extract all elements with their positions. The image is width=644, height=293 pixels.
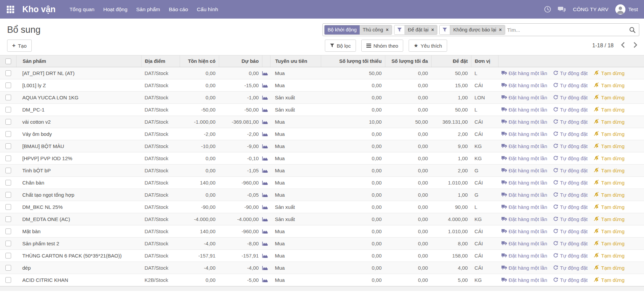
order-once-button[interactable]: Đặt hàng một lần: [501, 265, 547, 271]
table-row[interactable]: [HPVP] PVP IOD 12% DAT/Stock 0,00 -0,10 …: [0, 152, 644, 165]
order-once-button[interactable]: Đặt hàng một lần: [501, 82, 547, 88]
order-once-button[interactable]: Đặt hàng một lần: [501, 204, 547, 210]
snooze-button[interactable]: Tạm dừng: [594, 265, 624, 271]
order-once-button[interactable]: Đặt hàng một lần: [501, 155, 547, 161]
facet-remove-icon[interactable]: ×: [431, 27, 434, 32]
table-row[interactable]: DM_BKC NL 25% DAT/Stock -90,00 -90,00 Sả…: [0, 201, 644, 213]
table-row[interactable]: dép DAT/Stock -4,00 -4,00 Mua 0,00 0,00 …: [0, 262, 644, 274]
automate-orders-button[interactable]: Tự động đặt: [553, 253, 588, 259]
row-checkbox[interactable]: [0, 241, 16, 246]
bottom-scroll-strip[interactable]: [0, 286, 644, 291]
snooze-button[interactable]: Tạm dừng: [594, 155, 624, 162]
column-header-on-hand[interactable]: Tồn hiện có: [180, 55, 219, 67]
automate-orders-button[interactable]: Tự động đặt: [553, 155, 588, 162]
automate-orders-button[interactable]: Tự động đặt: [553, 277, 588, 283]
menu-reports[interactable]: Báo cáo: [164, 0, 192, 19]
table-row[interactable]: Tinh bỘT bP DAT/Stock 0,00 -1,05 Mua 0,0…: [0, 165, 644, 177]
order-once-button[interactable]: Đặt hàng một lần: [501, 253, 547, 259]
row-checkbox[interactable]: [0, 143, 16, 149]
menu-products[interactable]: Sản phẩm: [132, 0, 164, 19]
facet-remove-icon[interactable]: ×: [499, 27, 501, 32]
snooze-button[interactable]: Tạm dừng: [594, 228, 624, 235]
row-checkbox[interactable]: [0, 155, 16, 161]
menu-overview[interactable]: Tổng quan: [65, 0, 99, 19]
table-row[interactable]: Chân bàn DAT/Stock 140,00 -960,00 Mua 0,…: [0, 177, 644, 189]
row-checkbox[interactable]: [0, 119, 16, 125]
snooze-button[interactable]: Tạm dừng: [594, 216, 624, 222]
area-chart-icon[interactable]: [262, 95, 270, 100]
snooze-button[interactable]: Tạm dừng: [594, 82, 624, 89]
order-once-button[interactable]: Đặt hàng một lần: [501, 192, 547, 198]
table-row[interactable]: Mặt bàn DAT/Stock 140,00 -960,00 Mua 0,0…: [0, 225, 644, 238]
column-header-route[interactable]: Tuyến ưu tiên: [270, 55, 321, 67]
automate-orders-button[interactable]: Tự động đặt: [553, 180, 588, 186]
search-input[interactable]: [507, 27, 626, 33]
area-chart-icon[interactable]: [262, 193, 270, 197]
order-once-button[interactable]: Đặt hàng một lần: [501, 119, 547, 125]
automate-orders-button[interactable]: Tự động đặt: [553, 204, 588, 210]
area-chart-icon[interactable]: [262, 71, 270, 76]
menu-operations[interactable]: Hoạt động: [99, 0, 132, 19]
table-row[interactable]: vải cotton v2 DAT/Stock -1.000,00 -369.0…: [0, 116, 644, 128]
row-checkbox[interactable]: [0, 131, 16, 137]
column-header-forecast[interactable]: Dự báo: [219, 55, 262, 67]
table-row[interactable]: THÙNG CARTON 6 PACK (50*35*21(BAO)) DAT/…: [0, 250, 644, 262]
order-once-button[interactable]: Đặt hàng một lần: [501, 180, 547, 186]
column-header-product[interactable]: Sản phẩm: [16, 55, 141, 67]
automate-orders-button[interactable]: Tự động đặt: [553, 131, 588, 137]
area-chart-icon[interactable]: [262, 217, 270, 222]
order-once-button[interactable]: Đặt hàng một lần: [501, 168, 547, 173]
table-row[interactable]: [L001] ly Z DAT/Stock 0,00 -15,00 Mua 0,…: [0, 79, 644, 92]
snooze-button[interactable]: Tạm dừng: [594, 241, 624, 247]
order-once-button[interactable]: Đặt hàng một lần: [501, 70, 547, 76]
row-checkbox[interactable]: [0, 70, 16, 76]
table-row[interactable]: DM_EDTA ONE (AC) DAT/Stock -4.000,00 -4.…: [0, 213, 644, 225]
table-row[interactable]: Sản phẩm test 2 DAT/Stock -4,00 -8,00 Mu…: [0, 238, 644, 250]
automate-orders-button[interactable]: Tự động đặt: [553, 168, 588, 174]
order-once-button[interactable]: Đặt hàng một lần: [501, 143, 547, 149]
area-chart-icon[interactable]: [262, 120, 270, 124]
area-chart-icon[interactable]: [262, 156, 270, 161]
row-checkbox[interactable]: [0, 253, 16, 259]
activity-clock-icon[interactable]: [544, 6, 551, 13]
column-header-to-order[interactable]: Để đặt: [431, 55, 471, 67]
area-chart-icon[interactable]: [262, 107, 270, 112]
pager-next-icon[interactable]: [634, 42, 637, 49]
select-all-checkbox[interactable]: [0, 58, 16, 64]
group-by-button[interactable]: Nhóm theo: [361, 40, 403, 52]
area-chart-icon[interactable]: [262, 83, 270, 88]
area-chart-icon[interactable]: [262, 266, 270, 270]
automate-orders-button[interactable]: Tự động đặt: [553, 265, 588, 271]
order-once-button[interactable]: Đặt hàng một lần: [501, 241, 547, 246]
table-row[interactable]: [BMAU] BỘT MÀU DAT/Stock -10,00 -9,00 Mu…: [0, 140, 644, 152]
automate-orders-button[interactable]: Tự động đặt: [553, 107, 588, 113]
column-header-min-qty[interactable]: Số lượng tối thiểu: [321, 55, 385, 67]
table-row[interactable]: ACID CITRIC KHAN K2B/Stock 0,00 -5,00 Mu…: [0, 274, 644, 286]
automate-orders-button[interactable]: Tự động đặt: [553, 143, 588, 149]
row-checkbox[interactable]: [0, 168, 16, 173]
snooze-button[interactable]: Tạm dừng: [594, 95, 624, 101]
area-chart-icon[interactable]: [262, 241, 270, 246]
order-once-button[interactable]: Đặt hàng một lần: [501, 228, 547, 234]
snooze-button[interactable]: Tạm dừng: [594, 131, 624, 137]
table-row[interactable]: [AT_DRT] DRT NL (AT) DAT/Stock 0,00 0,00…: [0, 67, 644, 79]
table-row[interactable]: DM_PC-1 DAT/Stock -50,00 -50,00 Sản xuất…: [0, 104, 644, 116]
order-once-button[interactable]: Đặt hàng một lần: [501, 131, 547, 137]
order-once-button[interactable]: Đặt hàng một lần: [501, 107, 547, 113]
area-chart-icon[interactable]: [262, 180, 270, 185]
automate-orders-button[interactable]: Tự động đặt: [553, 216, 588, 222]
column-header-uom[interactable]: Đơn vị: [471, 55, 498, 67]
row-checkbox[interactable]: [0, 277, 16, 283]
area-chart-icon[interactable]: [262, 229, 270, 234]
row-checkbox[interactable]: [0, 216, 16, 222]
table-row[interactable]: Chất tạo ngọt tổng hợp DAT/Stock 0,00 -0…: [0, 189, 644, 201]
table-row[interactable]: AQUA YUCCA LON 1KG DAT/Stock 0,00 -1,00 …: [0, 92, 644, 104]
snooze-button[interactable]: Tạm dừng: [594, 119, 624, 125]
column-header-max-qty[interactable]: Số lượng tối đa: [385, 55, 431, 67]
order-once-button[interactable]: Đặt hàng một lần: [501, 95, 547, 100]
order-once-button[interactable]: Đặt hàng một lần: [501, 277, 547, 283]
automate-orders-button[interactable]: Tự động đặt: [553, 192, 588, 198]
snooze-button[interactable]: Tạm dừng: [594, 277, 624, 283]
row-checkbox[interactable]: [0, 192, 16, 198]
row-checkbox[interactable]: [0, 107, 16, 113]
